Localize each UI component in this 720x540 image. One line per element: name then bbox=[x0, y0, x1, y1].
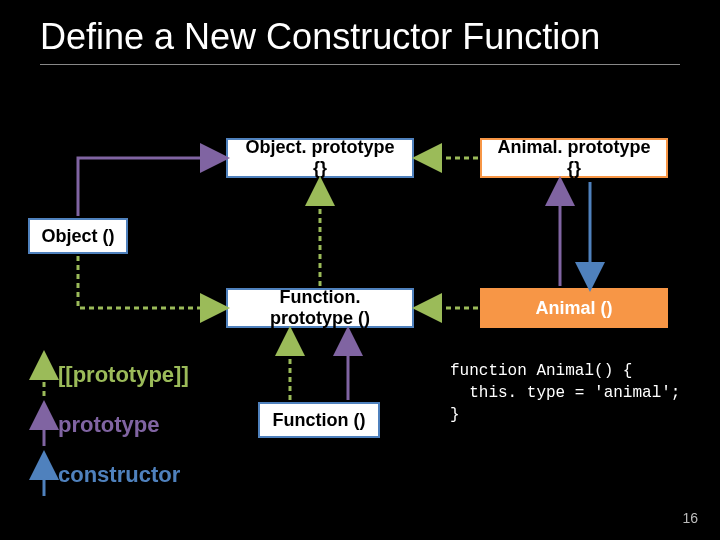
box-animal-fn: Animal () bbox=[480, 288, 668, 328]
box-animal-prototype: Animal. prototype {} bbox=[480, 138, 668, 178]
box-object-fn: Object () bbox=[28, 218, 128, 254]
arrows-layer bbox=[0, 0, 720, 540]
legend-prototype-prop: prototype bbox=[58, 412, 159, 438]
code-line-1: function Animal() { bbox=[450, 362, 632, 380]
slide-title: Define a New Constructor Function bbox=[40, 16, 680, 65]
legend-constructor-prop: constructor bbox=[58, 462, 180, 488]
box-function-prototype: Function. prototype () bbox=[226, 288, 414, 328]
page-number: 16 bbox=[682, 510, 698, 526]
code-line-2: this. type = 'animal'; bbox=[450, 384, 680, 402]
slide: Define a New Constructor Function Object… bbox=[0, 0, 720, 540]
box-function-fn: Function () bbox=[258, 402, 380, 438]
legend-proto-chain: [[prototype]] bbox=[58, 362, 189, 388]
box-object-prototype: Object. prototype {} bbox=[226, 138, 414, 178]
code-line-3: } bbox=[450, 406, 460, 424]
